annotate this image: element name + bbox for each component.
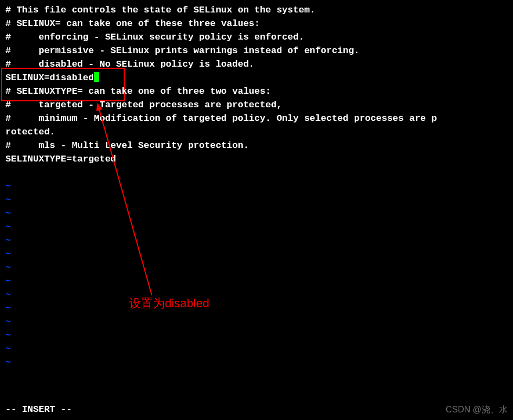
file-line: # SELINUX= can take one of these three v… <box>5 17 508 30</box>
file-line: # mls - Multi Level Security protection. <box>5 139 508 152</box>
text-cursor <box>94 72 99 82</box>
vim-empty-line-tilde: ~ <box>5 206 508 220</box>
file-line: # permissive - SELinux prints warnings i… <box>5 44 508 57</box>
file-line: # targeted - Targeted processes are prot… <box>5 98 508 112</box>
vim-empty-line-tilde: ~ <box>5 274 508 288</box>
file-line: rotected. <box>5 125 508 139</box>
vim-empty-line-tilde: ~ <box>5 234 508 247</box>
terminal-content[interactable]: # This file controls the state of SELinu… <box>0 0 513 372</box>
vim-empty-line-tilde: ~ <box>5 193 508 206</box>
file-line: # minimum - Modification of targeted pol… <box>5 112 508 125</box>
vim-empty-line-tilde: ~ <box>5 328 508 342</box>
vim-empty-line-tilde: ~ <box>5 315 508 328</box>
file-line: # enforcing - SELinux security policy is… <box>5 30 508 44</box>
file-line: SELINUXTYPE=targeted <box>5 152 508 166</box>
vim-empty-line-tilde: ~ <box>5 247 508 261</box>
vim-empty-line-tilde: ~ <box>5 261 508 274</box>
file-line: # SELINUXTYPE= can take one of three two… <box>5 85 508 98</box>
annotation-text: 设置为disabled <box>129 295 209 312</box>
vim-empty-line-tilde: ~ <box>5 220 508 234</box>
vim-empty-line-tilde: ~ <box>5 301 508 315</box>
file-line <box>5 166 508 179</box>
vim-empty-line-tilde: ~ <box>5 179 508 193</box>
vim-empty-line-tilde: ~ <box>5 342 508 356</box>
vim-empty-line-tilde: ~ <box>5 356 508 369</box>
file-line: # This file controls the state of SELinu… <box>5 3 508 17</box>
vim-mode-status: -- INSERT -- <box>5 404 72 415</box>
file-line: SELINUX=disabled <box>5 71 508 85</box>
vim-empty-line-tilde: ~ <box>5 288 508 301</box>
watermark: CSDN @浇、水 <box>446 404 508 416</box>
file-line: # disabled - No SELinux policy is loaded… <box>5 57 508 71</box>
